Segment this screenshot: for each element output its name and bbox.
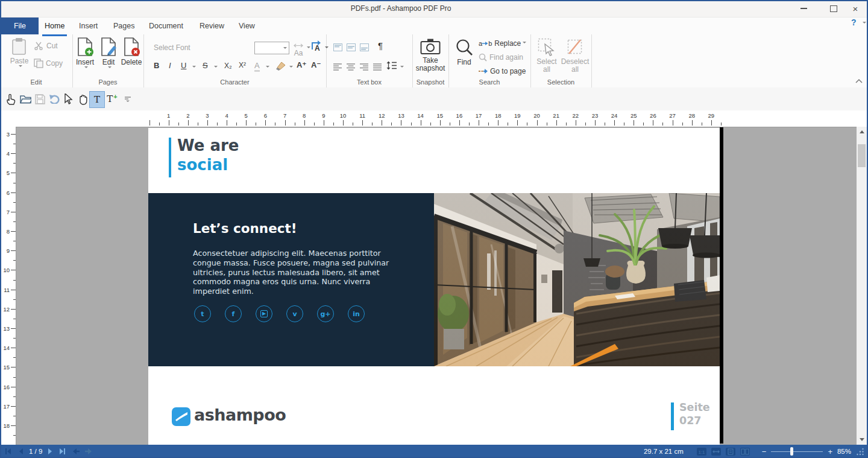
select-tool-button[interactable] bbox=[61, 91, 76, 107]
line-spacing-icon bbox=[386, 61, 397, 70]
textbox-align-middle-icon bbox=[347, 43, 356, 51]
select-all-button[interactable]: Select all bbox=[533, 38, 560, 74]
align-justify-button[interactable] bbox=[373, 62, 382, 73]
undo-icon bbox=[49, 94, 60, 104]
grow-font-button[interactable]: A⁺ bbox=[297, 60, 306, 69]
tab-home[interactable]: Home bbox=[42, 17, 67, 36]
pan-tool-button[interactable] bbox=[76, 91, 90, 107]
office-photo bbox=[434, 193, 720, 366]
window-title: PDFs.pdf - Ashampoo PDF Pro bbox=[351, 4, 451, 13]
shrink-font-button[interactable]: A⁻ bbox=[311, 60, 321, 69]
zoom-slider-handle[interactable] bbox=[790, 447, 793, 456]
last-page-button[interactable] bbox=[59, 448, 66, 454]
footer-logo: ashampoo bbox=[172, 407, 425, 431]
deselect-all-button[interactable]: Deselect all bbox=[561, 38, 590, 74]
zoom-in-button[interactable]: + bbox=[828, 448, 832, 456]
close-button[interactable]: × bbox=[846, 0, 864, 17]
minimize-button[interactable] bbox=[794, 0, 813, 17]
superscript-button[interactable]: X² bbox=[239, 61, 246, 69]
scrollbar-thumb[interactable] bbox=[858, 144, 866, 167]
subscript-button[interactable]: X₂ bbox=[224, 62, 232, 70]
italic-button[interactable]: I bbox=[169, 61, 171, 70]
replace-button[interactable]: a b Replace bbox=[479, 39, 526, 48]
add-text-tool-button[interactable]: T + bbox=[105, 91, 119, 107]
find-button[interactable]: Find bbox=[453, 39, 475, 66]
tab-file[interactable]: File bbox=[1, 17, 39, 34]
pilcrow-button[interactable]: ¶ bbox=[378, 40, 383, 51]
next-page-button[interactable] bbox=[48, 448, 54, 454]
pdf-page[interactable]: We are social Let’s connect! Aconsectetu… bbox=[148, 128, 720, 445]
zoom-slider[interactable] bbox=[771, 447, 823, 456]
open-file-button[interactable] bbox=[18, 91, 33, 107]
font-size-combobox[interactable] bbox=[254, 42, 289, 54]
insert-page-button[interactable]: Insert bbox=[74, 37, 96, 70]
zoom-out-button[interactable]: − bbox=[762, 448, 767, 456]
first-page-button[interactable] bbox=[5, 448, 12, 454]
edit-page-caret-icon bbox=[108, 66, 112, 70]
text-direction-button[interactable]: A bbox=[310, 39, 322, 54]
ribbon-group-edit: Paste Cut Copy Edit bbox=[0, 34, 73, 87]
delete-page-button[interactable]: Delete bbox=[121, 37, 142, 66]
next-view-button[interactable] bbox=[85, 448, 93, 454]
take-snapshot-button[interactable]: Take snapshot bbox=[414, 38, 447, 72]
group-label-character: Character bbox=[143, 78, 326, 86]
textbox-align-middle-button[interactable] bbox=[347, 43, 356, 54]
align-right-button[interactable] bbox=[360, 62, 369, 73]
v-ruler: 3456789101112131415161718 bbox=[0, 127, 16, 445]
tab-insert[interactable]: Insert bbox=[77, 17, 100, 34]
find-again-button[interactable]: Find again bbox=[479, 53, 523, 62]
underline-button[interactable]: U bbox=[181, 61, 186, 70]
brand-accent-bar bbox=[169, 138, 171, 177]
previous-page-button[interactable] bbox=[17, 448, 24, 454]
go-to-page-button[interactable]: Go to page bbox=[479, 67, 526, 75]
copy-button[interactable]: Copy bbox=[34, 59, 63, 68]
maximize-button[interactable] bbox=[825, 0, 843, 17]
link-hand-tool-button[interactable] bbox=[4, 91, 18, 107]
tab-pages[interactable]: Pages bbox=[111, 17, 137, 34]
align-left-button[interactable] bbox=[333, 62, 342, 73]
group-label-pages: Pages bbox=[72, 78, 143, 86]
group-label-snapshot: Snapshot bbox=[412, 78, 448, 86]
add-text-icon: T bbox=[107, 94, 113, 104]
textbox-align-bottom-button[interactable] bbox=[360, 43, 369, 54]
help-button[interactable]: ? bbox=[851, 17, 857, 27]
page-edge-shadow bbox=[720, 127, 723, 444]
cut-button[interactable]: Cut bbox=[34, 42, 58, 50]
fit-width-button[interactable] bbox=[711, 448, 721, 456]
help-caret-icon[interactable] bbox=[863, 22, 866, 25]
previous-view-button[interactable] bbox=[72, 448, 80, 454]
toolbar-more-button[interactable] bbox=[121, 91, 135, 107]
deselect-all-icon bbox=[567, 38, 583, 56]
tab-document[interactable]: Document bbox=[146, 17, 186, 34]
undo-button[interactable] bbox=[47, 91, 61, 107]
scroll-up-icon bbox=[860, 128, 864, 133]
bold-button[interactable]: B bbox=[154, 61, 159, 70]
vertical-scrollbar[interactable] bbox=[857, 127, 867, 445]
scroll-up-button[interactable] bbox=[857, 127, 867, 137]
menu-bar: File Home Insert Pages Document Review V… bbox=[0, 17, 868, 34]
textbox-align-top-button[interactable] bbox=[333, 43, 342, 54]
actual-size-button[interactable]: 1:1 bbox=[697, 448, 706, 456]
scroll-down-button[interactable] bbox=[857, 434, 867, 445]
single-page-view-button[interactable] bbox=[726, 448, 735, 456]
character-spacing-button[interactable]: Aa bbox=[292, 39, 305, 57]
underline-caret-icon bbox=[192, 66, 196, 69]
underline-color-button[interactable]: A bbox=[254, 61, 260, 72]
two-page-view-button[interactable] bbox=[740, 448, 750, 456]
line-spacing-caret-icon bbox=[400, 66, 404, 69]
edit-page-button[interactable]: Edit bbox=[98, 37, 119, 70]
save-button[interactable] bbox=[33, 91, 47, 107]
text-select-tool-button[interactable]: T bbox=[89, 91, 105, 108]
collapse-ribbon-button[interactable] bbox=[855, 78, 863, 84]
line-spacing-button[interactable] bbox=[386, 61, 397, 72]
insert-page-caret-icon bbox=[84, 66, 88, 70]
tab-view[interactable]: View bbox=[236, 17, 257, 34]
paste-button[interactable]: Paste bbox=[7, 37, 31, 69]
more-icon bbox=[124, 96, 131, 102]
resize-grip[interactable] bbox=[856, 447, 864, 456]
highlight-button[interactable] bbox=[275, 61, 286, 74]
tab-review[interactable]: Review bbox=[197, 17, 227, 34]
align-center-button[interactable] bbox=[347, 62, 356, 73]
strikethrough-button[interactable]: S bbox=[203, 61, 208, 70]
camera-icon bbox=[420, 38, 441, 55]
